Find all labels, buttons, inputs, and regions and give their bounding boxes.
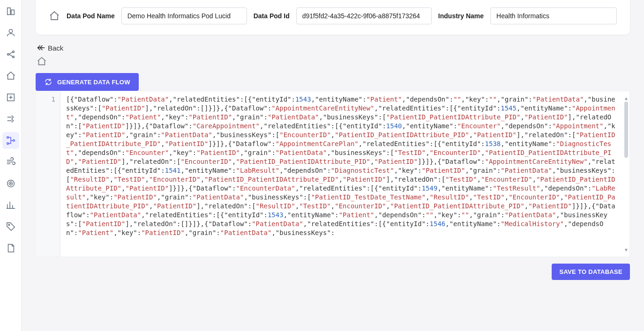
svg-point-12	[10, 183, 11, 184]
arrow-left-icon	[37, 43, 46, 52]
pod-name-input[interactable]	[121, 7, 247, 24]
svg-point-3	[7, 53, 9, 55]
svg-rect-0	[7, 8, 10, 15]
scroll-up-icon[interactable]: ▲	[625, 95, 628, 102]
breadcrumb-home-icon[interactable]	[37, 56, 630, 68]
svg-point-13	[8, 224, 9, 226]
pod-id-label: Data Pod Id	[254, 12, 290, 20]
svg-rect-1	[11, 10, 14, 15]
home-icon[interactable]	[2, 67, 19, 84]
user-icon[interactable]	[2, 24, 19, 41]
generate-button-label: GENERATE DATA FLOW	[57, 79, 130, 86]
pod-name-label: Data Pod Name	[67, 12, 115, 20]
tag-icon[interactable]	[2, 218, 19, 235]
pod-id-input[interactable]	[296, 7, 432, 24]
wind-icon[interactable]	[2, 154, 19, 170]
industry-label: Industry Name	[438, 12, 484, 20]
analytics-icon[interactable]	[2, 197, 19, 213]
svg-point-4	[12, 51, 14, 53]
svg-point-5	[12, 56, 14, 58]
editor-footer: SAVE TO DATABASE	[36, 264, 630, 280]
header-row: Data Pod Name Data Pod Id Industry Name	[49, 7, 617, 24]
svg-point-9	[13, 140, 15, 141]
svg-point-11	[9, 182, 12, 185]
scroll-track[interactable]	[624, 102, 629, 247]
code-content[interactable]: [{"Dataflow":"PatientData","relatedEntit…	[60, 91, 629, 248]
back-label: Back	[48, 44, 63, 52]
target-icon[interactable]	[2, 175, 19, 192]
editor-gutter: 1	[36, 91, 60, 257]
scroll-thumb[interactable]	[624, 102, 628, 158]
save-button-label: SAVE TO DATABASE	[559, 268, 622, 275]
svg-point-2	[9, 29, 12, 33]
back-link[interactable]: Back	[37, 43, 630, 52]
flow-icon[interactable]	[2, 110, 19, 127]
svg-point-10	[7, 180, 14, 187]
nodes-icon[interactable]	[2, 46, 19, 63]
editor-scrollbar[interactable]: ▲ ▼	[624, 95, 629, 253]
svg-point-8	[7, 143, 8, 145]
app-root: Data Pod Name Data Pod Id Industry Name …	[0, 0, 644, 331]
export-icon[interactable]	[2, 89, 19, 106]
header-card: Data Pod Name Data Pod Id Industry Name	[36, 0, 630, 35]
org-icon[interactable]	[2, 3, 19, 20]
main-content: Data Pod Name Data Pod Id Industry Name …	[22, 0, 644, 331]
line-number: 1	[36, 95, 55, 104]
refresh-icon	[44, 78, 52, 86]
graph-icon[interactable]	[2, 132, 19, 149]
sidebar-nav	[0, 0, 22, 331]
industry-input[interactable]	[490, 7, 617, 24]
generate-dataflow-button[interactable]: GENERATE DATA FLOW	[36, 73, 139, 91]
editor-card: 1 [{"Dataflow":"PatientData","relatedEnt…	[36, 91, 630, 290]
save-to-database-button[interactable]: SAVE TO DATABASE	[552, 264, 630, 280]
doc-icon[interactable]	[2, 240, 19, 257]
scroll-down-icon[interactable]: ▼	[625, 247, 628, 253]
code-editor[interactable]: 1 [{"Dataflow":"PatientData","relatedEnt…	[36, 91, 630, 257]
svg-point-7	[7, 137, 8, 139]
header-home-icon[interactable]	[49, 10, 60, 22]
